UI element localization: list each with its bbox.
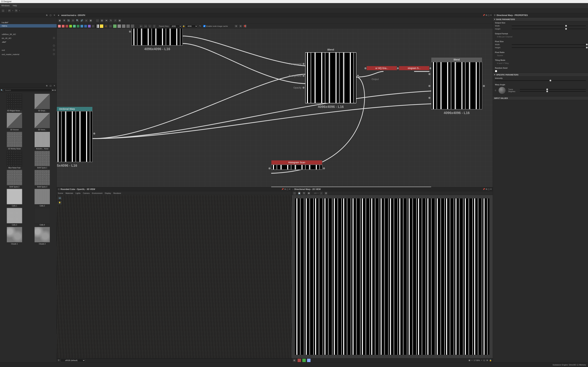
lock-icon[interactable]: 🔒	[182, 25, 185, 27]
filter1-icon[interactable]: ✱	[52, 89, 54, 92]
refresh-icon[interactable]: ↻	[199, 25, 201, 27]
grid-dropdown-icon[interactable]: ▾	[472, 359, 472, 361]
highlight-icon[interactable]	[100, 24, 104, 28]
parent-width-dropdown[interactable]: 4096	[170, 25, 182, 28]
tool-e-icon[interactable]: ⤢	[113, 19, 117, 22]
base-params-header[interactable]: ▾ BASE PARAMETERS	[493, 17, 588, 21]
maximize-icon[interactable]: ▢	[488, 14, 490, 16]
view-3d-canvas[interactable]: 📹 💡	[57, 195, 291, 358]
graph-node[interactable]: 4096x4096 - L16	[132, 29, 183, 46]
cache-checkbox[interactable]	[203, 25, 206, 27]
camera-icon[interactable]: 📷	[67, 19, 70, 22]
lock-icon[interactable]: 🔒	[489, 359, 492, 361]
view1-icon[interactable]: 👁	[234, 24, 238, 28]
link-icon[interactable]: 🔗	[80, 19, 84, 22]
histogram-icon[interactable]: ▥	[324, 191, 328, 195]
link3-icon[interactable]: •	[148, 24, 152, 28]
swatch-9[interactable]	[88, 25, 91, 28]
group4-icon[interactable]	[126, 24, 130, 28]
menu-materials[interactable]: Materials	[66, 192, 73, 194]
library-item[interactable]: 3D Voronoi	[1, 113, 28, 131]
copy-icon[interactable]: ⧉	[302, 191, 306, 195]
maximize-icon[interactable]: ▢	[488, 188, 490, 190]
link2-icon[interactable]: ─•	[144, 24, 147, 28]
explorer-item[interactable]: oodⓘ	[0, 48, 57, 52]
group1-icon[interactable]	[113, 24, 117, 28]
menu-lights[interactable]: Lights	[76, 192, 80, 194]
undo-icon[interactable]: ↶	[8, 9, 11, 12]
px-height-slider[interactable]	[512, 47, 586, 48]
grid-icon[interactable]: ▦	[307, 191, 311, 195]
menu-scene[interactable]: Scene	[58, 192, 63, 194]
light-icon[interactable]: 💡	[58, 201, 61, 205]
swatch-8[interactable]	[84, 25, 87, 28]
save-icon[interactable]: 💾	[297, 191, 301, 195]
library-item[interactable]: BnW Spots 1	[29, 151, 56, 169]
turns-slider[interactable]	[520, 89, 586, 90]
close-icon[interactable]: ✕	[289, 188, 290, 190]
library-item[interactable]: 3D Ridged Noise ...	[1, 94, 28, 112]
info-icon[interactable]: i	[319, 191, 323, 195]
library-item[interactable]: Blue Noise Fast	[1, 151, 28, 169]
library-item[interactable]: BnW Spots 3	[29, 170, 56, 188]
explorer-filter-input[interactable]	[0, 17, 57, 21]
graph-node-histogram-scan[interactable]: Histogram Scan	[271, 160, 322, 170]
library-item[interactable]: Cells 4	[29, 208, 56, 226]
maximize-icon[interactable]: ▢	[49, 14, 52, 17]
zoom-dropdown-icon[interactable]: ▾	[481, 359, 482, 361]
graph-node-blur[interactable]: ur HQ Gra...	[366, 66, 397, 70]
uv-dropdown-icon[interactable]: ▾	[318, 192, 318, 194]
redo-dropdown-icon[interactable]: ▾	[19, 10, 20, 11]
swatch-2[interactable]	[61, 25, 65, 28]
tool-c-icon[interactable]: ⬌	[104, 19, 108, 22]
explorer-item[interactable]: vdfkfhen_8K_AO	[0, 33, 57, 36]
gradient-icon[interactable]	[95, 24, 99, 28]
menu-environment[interactable]: Environment	[92, 192, 103, 194]
zoom-icon[interactable]: 🔍	[76, 19, 79, 22]
srgb-dropdown[interactable]: sRGB (default)	[61, 359, 85, 362]
tool-a-icon[interactable]: ⬚	[96, 19, 99, 22]
library-item[interactable]: Clouds 2	[29, 227, 56, 245]
explorer-item[interactable]: ⓘ	[0, 44, 57, 48]
menu-windows[interactable]: Windows	[1, 4, 10, 7]
info-icon[interactable]: ⓘ	[53, 37, 55, 40]
info-icon[interactable]: ℹ	[71, 19, 75, 22]
group5-icon[interactable]	[131, 24, 134, 28]
library-item[interactable]: Cells 2	[29, 189, 56, 207]
input-values-header[interactable]: INPUT VALUES	[493, 96, 588, 100]
menu-camera[interactable]: Camera	[83, 192, 89, 194]
library-item[interactable]: Cells 3	[1, 208, 28, 226]
width-slider[interactable]	[512, 25, 586, 26]
channel-r-icon[interactable]	[297, 359, 301, 362]
group3-icon[interactable]	[122, 24, 126, 28]
explorer-item[interactable]: .sbs*	[0, 40, 57, 44]
library-item[interactable]: 3D Simpl...	[29, 94, 56, 112]
pin-icon[interactable]: 📌	[483, 14, 485, 16]
tool-d-icon[interactable]: ✎	[109, 19, 113, 22]
close-icon[interactable]: ✕	[53, 14, 56, 17]
view2-icon[interactable]: 👁	[239, 24, 242, 28]
swatch-10[interactable]	[92, 25, 95, 28]
dock-icon[interactable]: ⧉	[486, 188, 487, 190]
swatch-6[interactable]	[77, 25, 80, 28]
home-icon[interactable]: ⌂	[1, 9, 5, 12]
magnet-icon[interactable]: 🧲	[243, 24, 247, 28]
tool-f-icon[interactable]: ▦	[118, 19, 121, 22]
info-icon[interactable]: ⓘ	[53, 53, 55, 56]
explorer-root[interactable]: l-a.sbs*	[0, 21, 57, 24]
graph-node-directional-warp[interactable]: irectional Warp 5x4096 - L16	[57, 107, 93, 162]
align-icon[interactable]: ≡	[84, 19, 88, 22]
graph-node-histogram[interactable]: stogram S...	[399, 66, 429, 70]
text-icon[interactable]: A	[104, 24, 108, 28]
library-item[interactable]: BnW Spots 2	[1, 170, 28, 188]
library-search-input[interactable]	[4, 89, 51, 92]
swatch-1[interactable]	[58, 25, 61, 28]
explorer-item-selected[interactable]: rned-a	[0, 24, 57, 27]
info-icon[interactable]: ⓘ	[53, 44, 55, 47]
library-item[interactable]: Clouds 1	[1, 227, 28, 245]
explorer-item[interactable]: ood_master_materialⓘ	[0, 52, 57, 56]
cache-checkbox-label[interactable]: Enable node image cache	[203, 25, 228, 27]
maximize-icon[interactable]: ▢	[286, 188, 288, 190]
pin-icon[interactable]: 📌	[483, 188, 485, 190]
graph-canvas[interactable]: 4096x4096 - L16 irectional Warp 5x4096 -…	[57, 29, 493, 187]
